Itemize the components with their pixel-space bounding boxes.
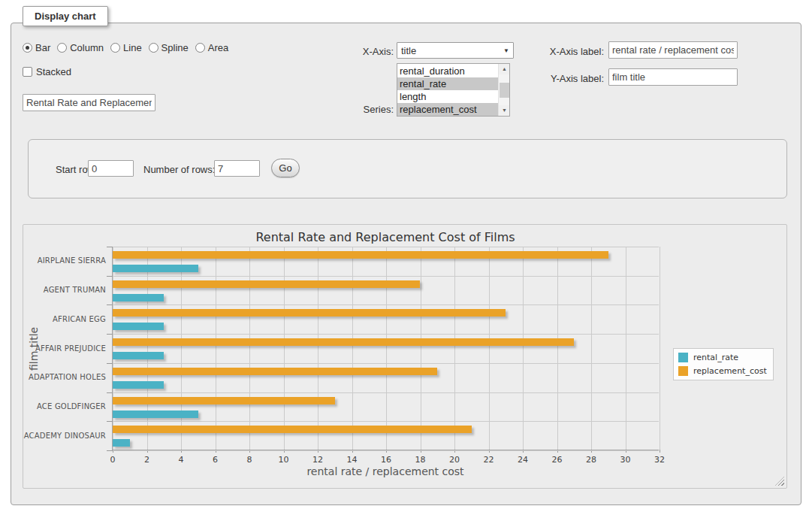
- num-rows-label: Number of rows:: [143, 164, 215, 175]
- radio-icon: [195, 43, 205, 53]
- x-tick-label: 10: [269, 455, 299, 465]
- scrollbar-thumb[interactable]: [500, 83, 509, 98]
- bar-replacement_cost: [113, 280, 420, 288]
- category-label: ADAPTATION HOLES: [1, 373, 106, 381]
- y-axis-label-label: Y-Axis label:: [506, 73, 604, 84]
- series-listbox-items: rental_durationrental_ratelengthreplacem…: [397, 65, 498, 116]
- num-rows-input[interactable]: [214, 160, 260, 177]
- radio-option-area[interactable]: Area: [195, 42, 228, 53]
- bar-rental_rate: [113, 352, 164, 359]
- gridline: [147, 247, 148, 450]
- row-range-panel: [28, 139, 787, 198]
- radio-label: Spline: [161, 42, 189, 53]
- y-tick: [107, 450, 113, 451]
- x-tick-label: 18: [406, 455, 436, 465]
- gridline: [626, 247, 626, 450]
- category-label: AIRPLANE SIERRA: [1, 256, 106, 265]
- gridline: [216, 247, 216, 450]
- gridline: [454, 247, 455, 450]
- category-label: AGENT TRUMAN: [1, 286, 106, 294]
- stacked-label: Stacked: [36, 66, 71, 77]
- x-tick-label: 30: [611, 455, 641, 465]
- gridline: [352, 247, 353, 450]
- legend-item: replacement_cost: [678, 366, 767, 376]
- gridline: [421, 247, 421, 450]
- radio-label: Line: [123, 42, 142, 53]
- chart-container: Rental Rate and Replacement Cost of Film…: [23, 224, 787, 489]
- x-tick-label: 20: [439, 455, 469, 465]
- gridline: [249, 247, 250, 450]
- gridline: [113, 334, 659, 335]
- x-tick: [660, 450, 660, 453]
- gridline: [113, 421, 659, 422]
- x-tick-label: 26: [542, 455, 572, 465]
- x-tick-label: 12: [303, 455, 333, 465]
- start-row-input[interactable]: [88, 160, 134, 177]
- gridline: [113, 247, 659, 247]
- bar-replacement_cost: [113, 251, 608, 259]
- y-axis-label-input[interactable]: [608, 68, 738, 86]
- radio-option-line[interactable]: Line: [110, 42, 142, 53]
- bar-replacement_cost: [113, 338, 574, 346]
- x-tick-label: 14: [337, 455, 367, 465]
- resize-grip-icon[interactable]: [775, 477, 784, 486]
- x-axis-label-label: X-Axis label:: [506, 46, 604, 57]
- series-option-rental_duration[interactable]: rental_duration: [397, 65, 498, 77]
- stacked-checkbox-row[interactable]: Stacked: [23, 66, 71, 77]
- radio-option-bar[interactable]: Bar: [23, 42, 50, 53]
- bar-rental_rate: [113, 294, 164, 301]
- gridline: [113, 450, 659, 451]
- go-button[interactable]: Go: [271, 159, 300, 177]
- radio-icon: [23, 43, 32, 53]
- chart-title-input[interactable]: [23, 94, 155, 111]
- y-tick: [107, 334, 113, 335]
- y-tick: [107, 247, 113, 247]
- y-tick: [107, 363, 113, 364]
- series-option-rental_rate[interactable]: rental_rate: [397, 77, 498, 90]
- bar-rental_rate: [113, 381, 164, 389]
- gridline: [181, 247, 182, 450]
- gridline: [113, 247, 113, 450]
- chart-title: Rental Rate and Replacement Cost of Film…: [112, 230, 659, 244]
- x-tick-label: 32: [644, 455, 675, 465]
- x-tick-label: 16: [371, 455, 401, 465]
- series-option-length[interactable]: length: [397, 90, 498, 103]
- bar-rental_rate: [113, 323, 164, 330]
- chart-legend: rental_ratereplacement_cost: [673, 348, 774, 380]
- gridline: [113, 392, 659, 393]
- category-label: ACADEMY DINOSAUR: [1, 432, 106, 440]
- bar-replacement_cost: [113, 397, 335, 404]
- radio-label: Area: [208, 42, 228, 53]
- x-axis-label-input[interactable]: [608, 41, 738, 59]
- bar-replacement_cost: [113, 426, 472, 433]
- x-tick-label: 6: [201, 455, 231, 465]
- series-listbox[interactable]: rental_durationrental_ratelengthreplacem…: [397, 63, 510, 117]
- gridline: [113, 363, 659, 364]
- x-tick-label: 8: [234, 455, 264, 465]
- category-label: AFFAIR PREJUDICE: [1, 344, 106, 353]
- gridline: [591, 247, 592, 450]
- radio-label: Bar: [35, 42, 50, 53]
- series-option-replacement_cost[interactable]: replacement_cost: [397, 103, 498, 116]
- y-tick: [107, 304, 113, 305]
- y-tick: [107, 392, 113, 393]
- gridline: [660, 247, 660, 450]
- stacked-checkbox[interactable]: [23, 67, 32, 77]
- x-tick-label: 22: [474, 455, 504, 465]
- bar-rental_rate: [113, 411, 198, 418]
- series-scrollbar[interactable]: ▲ ▼: [498, 64, 509, 116]
- panel-title: Display chart: [23, 6, 108, 26]
- radio-option-spline[interactable]: Spline: [149, 42, 189, 53]
- scroll-down-icon[interactable]: ▼: [499, 105, 510, 116]
- category-label: ACE GOLDFINGER: [1, 402, 106, 411]
- gridline: [489, 247, 490, 450]
- legend-swatch: [678, 353, 688, 362]
- legend-label: rental_rate: [693, 353, 738, 362]
- gridline: [284, 247, 285, 450]
- x-axis-select[interactable]: title ▼: [397, 42, 514, 59]
- gridline: [557, 247, 558, 450]
- radio-option-column[interactable]: Column: [57, 42, 104, 53]
- legend-item: rental_rate: [678, 353, 767, 362]
- x-tick-label: 28: [576, 455, 606, 465]
- bar-rental_rate: [113, 439, 130, 447]
